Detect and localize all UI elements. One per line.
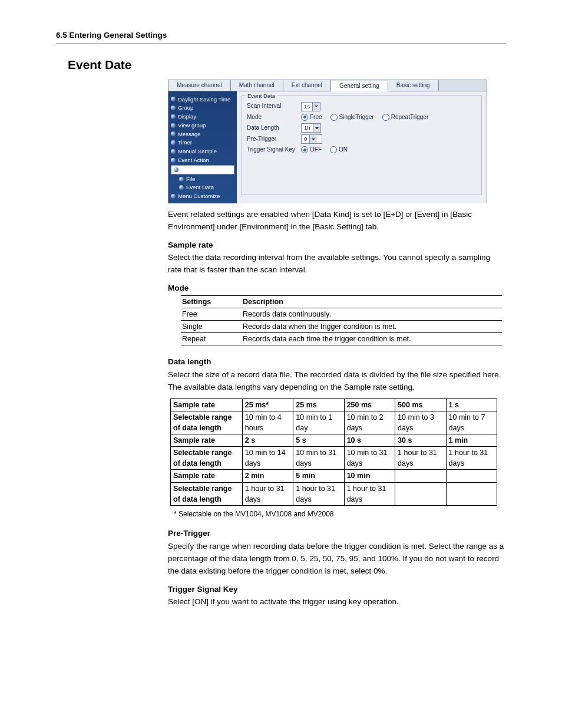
sidebar-file[interactable]: File: [179, 175, 234, 183]
sample-rate-text: Select the data recording interval from …: [168, 252, 506, 276]
trigger-off-radio[interactable]: OFF: [301, 146, 322, 154]
bullet-icon: [171, 123, 176, 128]
sidebar-group[interactable]: Group: [171, 104, 234, 112]
data-length-text: Select the size of a record data file. T…: [168, 369, 506, 394]
radio-icon: [330, 114, 338, 121]
sidebar-event-action[interactable]: Event Action: [171, 156, 234, 164]
pre-trigger-label: Pre-Trigger: [247, 135, 297, 144]
dl-footnote: * Selectable on the MV1004, MV1008 and M…: [174, 509, 506, 519]
tab-ext[interactable]: Ext channel: [283, 80, 331, 91]
mode-repeat-radio[interactable]: RepeatTrigger: [382, 113, 429, 122]
bullet-icon: [179, 177, 184, 182]
trigger-signal-heading: Trigger Signal Key: [168, 584, 506, 595]
mode-label: Mode: [247, 113, 297, 122]
page-title: Event Date: [68, 56, 506, 74]
data-length-select[interactable]: 1h: [301, 123, 321, 133]
tab-general[interactable]: General setting: [331, 81, 388, 91]
radio-icon: [301, 146, 308, 153]
bullet-icon: [174, 167, 178, 172]
intro-text: Event related settings are enabled when …: [168, 209, 506, 233]
bullet-icon: [171, 106, 176, 110]
app-screenshot: Measure channel Math channel Ext channel…: [168, 80, 487, 203]
mode-single-radio[interactable]: SingleTrigger: [330, 113, 374, 122]
radio-icon: [301, 114, 308, 121]
trigger-key-label: Trigger Signal Key: [247, 146, 297, 154]
bullet-icon: [171, 194, 176, 199]
bullet-icon: [179, 185, 184, 190]
chevron-down-icon: [313, 124, 320, 132]
tab-measure[interactable]: Measure channel: [168, 80, 231, 91]
bullet-icon: [171, 140, 176, 145]
bullet-icon: [171, 97, 176, 101]
sidebar-display[interactable]: Display: [171, 113, 234, 121]
mode-table: SettingsDescription FreeRecords data con…: [181, 295, 502, 346]
radio-icon: [330, 146, 337, 153]
tab-math[interactable]: Math channel: [231, 80, 283, 91]
chevron-down-icon: [312, 103, 320, 111]
header-section: 6.5 Entering General Settings: [56, 29, 506, 44]
radio-icon: [382, 114, 389, 121]
sidebar-dst[interactable]: Daylight Saving Time: [171, 95, 234, 104]
scan-interval-label: Scan Interval: [247, 102, 297, 111]
trigger-signal-text: Select [ON] if you want to activate the …: [168, 596, 506, 608]
event-data-fieldset: Event Data Scan Interval 1s Mode Free Si…: [242, 95, 482, 195]
data-length-heading: Data length: [168, 356, 506, 368]
pre-trigger-heading: Pre-Trigger: [168, 528, 506, 539]
sidebar-message[interactable]: Message: [171, 130, 234, 139]
chevron-down-icon: [309, 135, 317, 143]
fieldset-legend: Event Data: [246, 92, 277, 100]
mode-heading: Mode: [168, 282, 506, 294]
data-length-table: Sample rate 25 ms* 25 ms 250 ms 500 ms 1…: [170, 398, 497, 506]
sidebar-timer[interactable]: Timer: [171, 139, 234, 147]
tab-bar: Measure channel Math channel Ext channel…: [168, 80, 487, 91]
scan-interval-select[interactable]: 1s: [301, 102, 320, 111]
sidebar-manual[interactable]: Manual Sample: [171, 147, 234, 156]
bullet-icon: [171, 131, 176, 136]
bullet-icon: [171, 114, 176, 119]
mode-free-radio[interactable]: Free: [301, 113, 322, 122]
tab-basic[interactable]: Basic setting: [388, 80, 439, 91]
data-length-label: Data Length: [247, 124, 297, 133]
bullet-icon: [171, 149, 176, 154]
sample-rate-heading: Sample rate: [168, 239, 506, 251]
sidebar-file-root[interactable]: File: [171, 165, 234, 174]
pre-trigger-text: Specify the range when recording data be…: [168, 541, 506, 578]
trigger-on-radio[interactable]: ON: [330, 146, 348, 154]
pre-trigger-select[interactable]: 0: [301, 134, 322, 144]
sidebar-viewgroup[interactable]: View group: [171, 121, 234, 130]
sidebar: Daylight Saving Time Group Display View …: [168, 91, 237, 203]
sidebar-menu-custom[interactable]: Menu Customize: [171, 192, 234, 200]
sidebar-event-data[interactable]: Event Data: [179, 183, 234, 192]
bullet-icon: [171, 158, 176, 163]
